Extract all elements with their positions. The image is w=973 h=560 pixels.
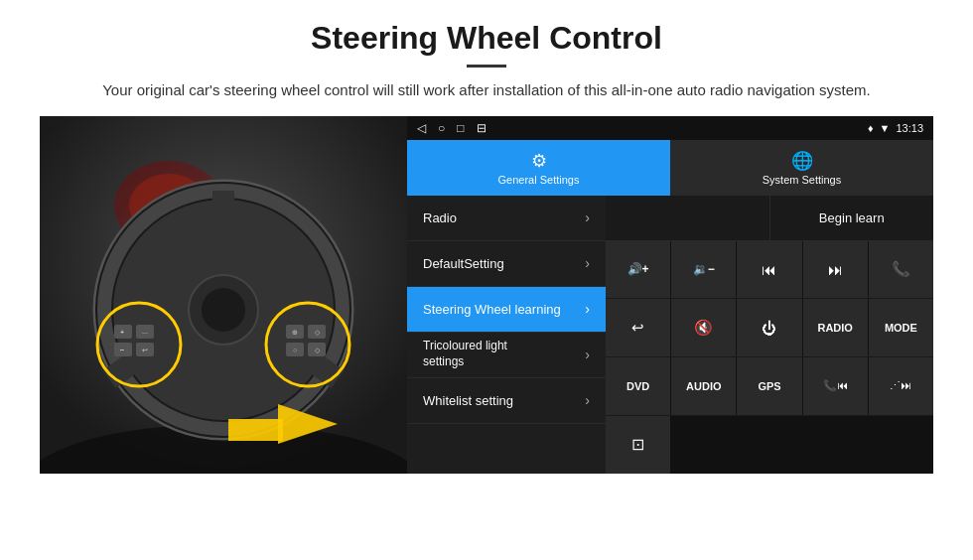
vol-up-button[interactable]: 🔊+ — [606, 241, 670, 299]
status-bar-right: ♦ ▼ 13:13 — [868, 122, 923, 134]
svg-rect-31 — [228, 419, 283, 441]
last-row: ⊡ — [606, 416, 933, 474]
control-grid-row1: 🔊+ 🔉− ⏮ ⏭ 📞 — [606, 241, 933, 299]
page-title: Steering Wheel Control — [40, 20, 933, 57]
mode-button[interactable]: MODE — [869, 299, 933, 356]
gps-button[interactable]: GPS — [737, 357, 801, 415]
bottom-row: DVD AUDIO GPS 📞⏮ ⋰⏭ — [606, 357, 933, 415]
system-icon: 🌐 — [791, 150, 813, 172]
next-track-button[interactable]: ⏭ — [803, 241, 868, 299]
svg-text:○: ○ — [293, 347, 297, 353]
prev-track-button[interactable]: ⏮ — [737, 241, 801, 299]
svg-point-11 — [202, 288, 245, 332]
phone-prev-button[interactable]: 📞⏮ — [803, 357, 868, 415]
svg-text:⋯: ⋯ — [142, 330, 148, 336]
tab-general-label: General Settings — [498, 174, 580, 186]
menu-default-label: DefaultSetting — [423, 256, 504, 271]
status-bar: ◁ ○ □ ⊟ ♦ ▼ 13:13 — [407, 116, 933, 140]
begin-learn-button[interactable]: Begin learn — [770, 196, 934, 240]
right-content: Radio › DefaultSetting › Steering Wheel … — [407, 196, 933, 474]
steering-wheel-image: + ⋯ − ↩ ⊕ ◇ ○ ◇ — [40, 116, 407, 474]
tab-system-settings[interactable]: 🌐 System Settings — [670, 140, 933, 196]
audio-button[interactable]: AUDIO — [671, 357, 736, 415]
title-divider — [467, 65, 506, 68]
svg-text:↩: ↩ — [142, 347, 148, 353]
scan-button[interactable]: ⊡ — [606, 416, 670, 474]
power-button[interactable]: ⏻ — [737, 299, 801, 356]
menu-item-whitelist[interactable]: Whitelist setting › — [407, 378, 606, 424]
menu-whitelist-label: Whitelist setting — [423, 393, 513, 408]
answer-button[interactable]: ↩ — [606, 299, 670, 356]
recents-icon[interactable]: □ — [457, 121, 464, 135]
menu-icon[interactable]: ⊟ — [477, 121, 486, 135]
svg-text:−: − — [120, 346, 125, 354]
content-area: + ⋯ − ↩ ⊕ ◇ ○ ◇ — [40, 116, 933, 474]
page-subtitle: Your original car's steering wheel contr… — [89, 79, 884, 102]
menu-tricoloured-label: Tricoloured lightsettings — [423, 339, 507, 369]
mute-button[interactable]: 🔇 — [671, 299, 736, 356]
chevron-icon: › — [585, 347, 590, 362]
chevron-icon: › — [585, 210, 590, 225]
left-panel: + ⋯ − ↩ ⊕ ◇ ○ ◇ — [40, 116, 407, 474]
phone-button[interactable]: 📞 — [869, 241, 933, 299]
signal-icon: ▼ — [880, 122, 891, 134]
chevron-icon: › — [585, 392, 590, 408]
combined-button[interactable]: ⋰⏭ — [869, 357, 933, 415]
vol-down-button[interactable]: 🔉− — [671, 241, 736, 299]
title-section: Steering Wheel Control Your original car… — [40, 20, 933, 102]
svg-text:+: + — [120, 329, 124, 336]
dvd-button[interactable]: DVD — [606, 357, 670, 415]
tab-bar: ⚙ General Settings 🌐 System Settings — [407, 140, 933, 196]
status-bar-left: ◁ ○ □ ⊟ — [417, 121, 486, 135]
radio-button[interactable]: RADIO — [803, 299, 868, 356]
gear-icon: ⚙ — [531, 150, 547, 172]
chevron-icon: › — [585, 301, 590, 317]
right-panel: ◁ ○ □ ⊟ ♦ ▼ 13:13 ⚙ General Settings — [407, 116, 933, 474]
tab-general-settings[interactable]: ⚙ General Settings — [407, 140, 670, 196]
home-icon[interactable]: ○ — [438, 121, 445, 135]
svg-text:⊕: ⊕ — [292, 329, 298, 336]
menu-item-steering[interactable]: Steering Wheel learning › — [407, 287, 606, 333]
begin-learn-row: Begin learn — [606, 196, 933, 241]
menu-radio-label: Radio — [423, 210, 457, 225]
clock: 13:13 — [896, 122, 923, 134]
tab-system-label: System Settings — [763, 174, 841, 186]
menu-steering-label: Steering Wheel learning — [423, 302, 561, 317]
location-icon: ♦ — [868, 122, 874, 134]
chevron-icon: › — [585, 255, 590, 271]
menu-item-tricoloured[interactable]: Tricoloured lightsettings › — [407, 333, 606, 378]
menu-item-radio[interactable]: Radio › — [407, 196, 606, 241]
back-icon[interactable]: ◁ — [417, 121, 426, 135]
menu-column: Radio › DefaultSetting › Steering Wheel … — [407, 196, 606, 474]
menu-item-default[interactable]: DefaultSetting › — [407, 241, 606, 287]
page-wrapper: Steering Wheel Control Your original car… — [0, 0, 973, 484]
control-grid-row2: ↩ 🔇 ⏻ RADIO MODE — [606, 299, 933, 356]
controls-column: Begin learn 🔊+ 🔉− ⏮ ⏭ 📞 ↩ 🔇 ⏻ — [606, 196, 933, 474]
blank-cell — [606, 196, 770, 240]
